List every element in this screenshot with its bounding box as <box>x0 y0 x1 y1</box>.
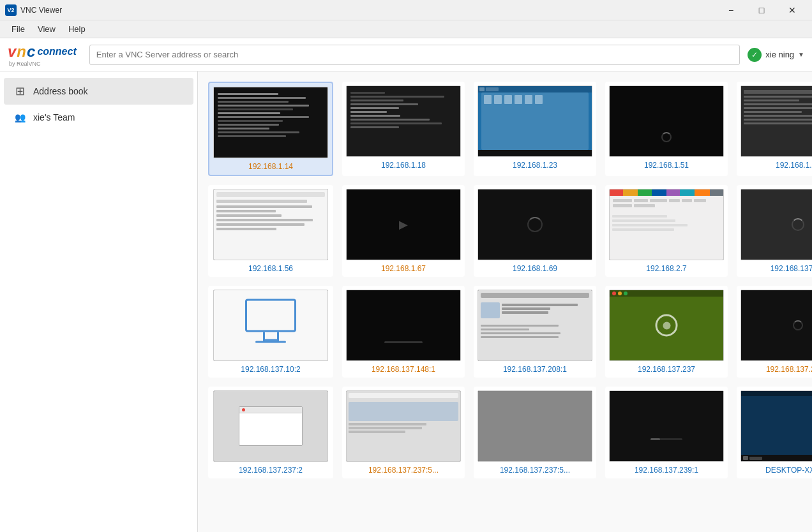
connection-label-8: 192.168.1.69 <box>513 264 557 273</box>
thumbnail-10 <box>741 189 812 260</box>
grid-item-6[interactable]: 192.168.1.56 <box>208 185 333 277</box>
sidebar-item-address-book[interactable]: ⊞ Address book <box>4 78 193 105</box>
close-button[interactable]: ✕ <box>778 0 807 20</box>
grid-item-10[interactable]: 192.168.137.8:1 <box>737 185 812 277</box>
connection-label-15: 192.168.137.237:1 <box>766 365 812 374</box>
connection-label-13: 192.168.137.208:1 <box>503 365 567 374</box>
grid-item-8[interactable]: 192.168.1.69 <box>474 185 596 277</box>
connection-grid: 192.168.1.14 192.168.1.18 192.168.1.2319… <box>208 82 802 478</box>
grid-item-3[interactable]: 192.168.1.23 <box>474 82 596 176</box>
grid-item-7[interactable]: ▶192.168.1.67 <box>342 185 465 277</box>
thumbnail-11 <box>213 290 328 361</box>
connection-label-5: 192.168.1.52 <box>776 161 812 170</box>
thumbnail-13 <box>477 290 592 361</box>
grid-item-13[interactable]: 192.168.137.208:1 <box>474 286 596 378</box>
connection-label-9: 192.168.2.7 <box>646 264 686 273</box>
grid-item-12[interactable]: 192.168.137.148:1 <box>342 286 465 378</box>
toolbar: v n c connect by RealVNC ✓ xie ning ▼ <box>0 38 812 71</box>
grid-item-18[interactable]: 192.168.137.237:5... <box>474 387 596 478</box>
connection-label-6: 192.168.1.56 <box>248 264 293 273</box>
grid-item-20[interactable]: DESKTOP-XXNO1 <box>737 387 812 478</box>
titlebar: V2 VNC Viewer − □ ✕ <box>0 0 812 20</box>
grid-item-15[interactable]: 192.168.137.237:1 <box>737 286 812 378</box>
grid-item-11[interactable]: 192.168.137.10:2 <box>208 286 333 378</box>
thumbnail-8 <box>477 189 592 260</box>
thumbnail-7: ▶ <box>346 189 461 260</box>
thumbnail-6 <box>213 189 328 260</box>
sidebar-item-xies-team[interactable]: 👥 xie's Team <box>4 106 193 129</box>
main-container: ⊞ Address book 👥 xie's Team 192.168.1.14… <box>0 71 812 532</box>
menubar: File View Help <box>0 20 812 38</box>
user-area: ✓ xie ning ▼ <box>748 48 804 62</box>
vnc-logo: v n c connect by RealVNC <box>8 43 77 67</box>
connection-label-4: 192.168.1.51 <box>644 161 689 170</box>
connection-label-16: 192.168.137.237:2 <box>239 466 303 475</box>
connection-label-12: 192.168.137.148:1 <box>372 365 435 374</box>
thumbnail-12 <box>346 290 461 361</box>
grid-item-4[interactable]: 192.168.1.51 <box>605 82 728 176</box>
address-book-icon: ⊞ <box>13 84 27 98</box>
connection-label-17: 192.168.137.237:5... <box>368 466 439 475</box>
grid-item-14[interactable]: 192.168.137.237 <box>605 286 728 378</box>
username-label: xie ning <box>765 50 794 59</box>
grid-item-19[interactable]: 192.168.137.239:1 <box>605 387 728 478</box>
thumbnail-16 <box>213 390 328 462</box>
thumbnail-2 <box>346 85 461 157</box>
connection-label-19: 192.168.137.239:1 <box>635 466 698 475</box>
grid-item-16[interactable]: 192.168.137.237:2 <box>208 387 333 478</box>
connection-label-20: DESKTOP-XXNO1 <box>765 466 812 475</box>
thumbnail-5 <box>741 85 812 157</box>
search-input[interactable] <box>89 45 741 65</box>
connection-label-11: 192.168.137.10:2 <box>241 365 300 374</box>
user-dropdown-arrow[interactable]: ▼ <box>798 51 804 58</box>
connection-label-10: 192.168.137.8:1 <box>771 264 812 273</box>
window-title: VNC Viewer <box>20 6 716 15</box>
connection-label-18: 192.168.137.237:5... <box>500 466 570 475</box>
grid-item-9[interactable]: 192.168.2.7 <box>605 185 728 277</box>
grid-item-2[interactable]: 192.168.1.18 <box>342 82 465 176</box>
grid-item-5[interactable]: 192.168.1.52 <box>737 82 812 176</box>
thumbnail-14 <box>609 290 724 361</box>
connection-label-1: 192.168.1.14 <box>248 162 293 171</box>
thumbnail-15 <box>741 290 812 361</box>
user-verified-icon: ✓ <box>748 48 762 62</box>
thumbnail-19 <box>609 390 724 462</box>
connection-label-2: 192.168.1.18 <box>381 161 426 170</box>
minimize-button[interactable]: − <box>716 0 746 20</box>
thumbnail-18 <box>477 390 592 462</box>
thumbnail-9 <box>609 189 724 260</box>
menu-file[interactable]: File <box>5 22 31 36</box>
realvnc-label: by RealVNC <box>9 61 41 67</box>
app-icon: V2 <box>5 4 17 16</box>
thumbnail-1 <box>213 87 328 158</box>
sidebar-address-book-label: Address book <box>33 86 88 96</box>
thumbnail-20 <box>741 390 812 462</box>
sidebar-team-label: xie's Team <box>33 112 75 122</box>
maximize-button[interactable]: □ <box>747 0 776 20</box>
menu-view[interactable]: View <box>31 22 62 36</box>
team-icon: 👥 <box>13 112 27 122</box>
thumbnail-3 <box>477 85 592 157</box>
thumbnail-17 <box>346 390 461 462</box>
connection-label-3: 192.168.1.23 <box>513 161 557 170</box>
sidebar: ⊞ Address book 👥 xie's Team <box>0 71 198 532</box>
connection-label-7: 192.168.1.67 <box>381 264 426 273</box>
window-controls: − □ ✕ <box>716 0 807 20</box>
thumbnail-4 <box>609 85 724 157</box>
content-area: 192.168.1.14 192.168.1.18 192.168.1.2319… <box>198 71 812 532</box>
menu-help[interactable]: Help <box>62 22 92 36</box>
connection-label-14: 192.168.137.237 <box>638 365 695 374</box>
grid-item-17[interactable]: 192.168.137.237:5... <box>342 387 465 478</box>
grid-item-1[interactable]: 192.168.1.14 <box>208 82 333 176</box>
